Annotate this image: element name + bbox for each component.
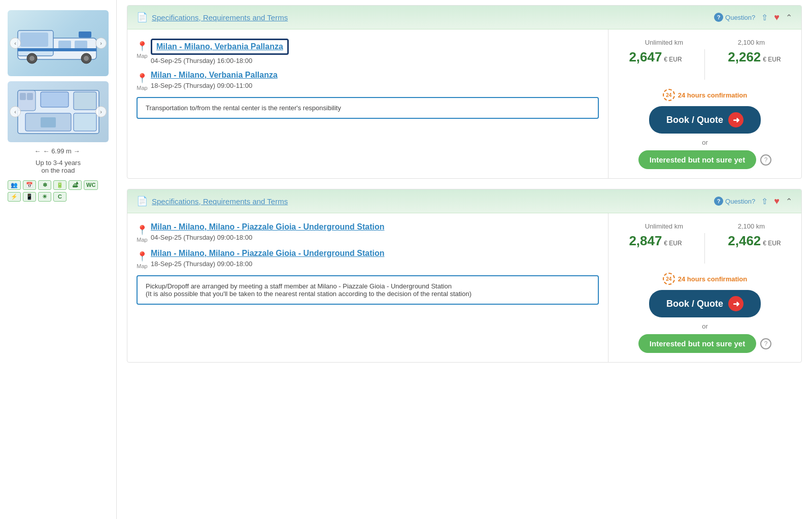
card1-notice-text: Transportation to/from the rental center… [146,104,341,112]
card2-left: 📍 Map Milan - Milano, Milano - Piazzale … [127,213,608,362]
amenity-electric: ⚡ [8,192,21,202]
card2-price-header: Unlimited km 2,100 km [618,222,792,230]
dropoff-pin-icon-1: 📍 [137,73,148,84]
image-prev-button[interactable]: ‹ [10,38,21,49]
pickup-map-label-2[interactable]: Map [137,237,147,243]
card1-help-icon[interactable]: ? [760,154,771,166]
question-label-2: Question? [725,198,755,205]
dropoff-map-label-1[interactable]: Map [137,85,147,91]
rental-card-1: 📄 Specifications, Requirements and Terms… [127,5,802,179]
amenity-persons: 👥 [8,180,21,190]
amenity-battery: 🔋 [53,180,66,190]
question-icon-2: ? [714,197,723,206]
question-icon-1: ? [714,13,723,22]
dropoff-map-label-2[interactable]: Map [137,263,147,269]
rental-card-2: 📄 Specifications, Requirements and Terms… [127,189,802,363]
vehicle-size: ← ← 6.99 m → [8,147,109,155]
pickup-date-2: 04-Sep-25 (Thursday) 09:00-18:00 [151,234,384,241]
svg-rect-17 [74,113,96,131]
amenity-c: C [53,192,66,202]
svg-rect-19 [41,117,56,127]
card2-unlimited-amount: 2,847 [629,233,662,248]
doc-icon-2: 📄 [137,196,148,207]
svg-rect-9 [18,48,96,51]
card2-book-arrow: ➜ [728,296,743,311]
card2-confirmation-badge: 24 24 hours confirmation [663,273,748,285]
pickup-location-name-2[interactable]: Milan - Milano, Milano - Piazzale Gioia … [151,222,384,232]
size-value: ← 6.99 m → [43,147,80,155]
card1-price-section: Unlimited km 2,100 km 2,647 € EUR 2,262 [618,39,792,89]
card1-book-arrow: ➜ [728,112,743,127]
card2-interested-label: Interested but not sure yet [650,339,745,348]
card2-right: Unlimited km 2,100 km 2,847 € EUR 2,462 [608,213,801,362]
card2-unlimited-label: Unlimited km [645,222,683,230]
card1-dropoff-block: 📍 Map Milan - Milano, Verbania Pallanza … [137,71,599,91]
card1-km-currency: € EUR [763,56,781,63]
card2-book-label: Book / Quote [666,299,723,309]
svg-rect-2 [20,33,48,47]
card1-unlimited-label: Unlimited km [645,39,683,46]
card2-interested-button[interactable]: Interested but not sure yet [638,334,756,353]
card1-book-button[interactable]: Book / Quote ➜ [649,106,761,134]
amenity-camp: 🏕 [69,180,82,190]
dropoff-location-name-1[interactable]: Milan - Milano, Verbania Pallanza [151,71,278,80]
card2-price-values: 2,847 € EUR 2,462 € EUR [618,233,792,264]
card1-confirmation-text: 24 hours confirmation [678,91,748,99]
card2-book-button[interactable]: Book / Quote ➜ [649,290,761,317]
pickup-location-name-1[interactable]: Milan - Milano, Verbania Pallanza [156,42,283,51]
card1-km-price: 2,262 € EUR [728,49,781,80]
card2-pickup-block: 📍 Map Milan - Milano, Milano - Piazzale … [137,222,599,243]
specs-link-1[interactable]: Specifications, Requirements and Terms [152,13,288,22]
share-icon-1[interactable]: ⇧ [761,13,768,22]
question-link-1[interactable]: ? Question? [714,13,755,22]
card2-notice-text: Pickup/Dropoff are arranged by meeting a… [146,282,471,298]
svg-rect-4 [75,41,87,49]
card2-conf-icon: 24 [663,273,675,285]
collapse-icon-1[interactable]: ⌃ [786,13,792,22]
card2-km-currency: € EUR [763,240,781,247]
card2-header: 📄 Specifications, Requirements and Terms… [127,189,801,213]
layout-next-button[interactable]: › [95,106,107,117]
card2-dropoff-block: 📍 Map Milan - Milano, Milano - Piazzale … [137,249,599,269]
layout-prev-button[interactable]: ‹ [10,106,21,117]
amenity-calendar: 📅 [23,180,36,190]
amenity-ac: ❄ [38,180,51,190]
card1-unlimited-currency: € EUR [664,56,682,63]
card2-header-right: ? Question? ⇧ ♥ ⌃ [714,196,792,207]
dropoff-date-2: 18-Sep-25 (Thursday) 09:00-18:00 [151,260,384,268]
amenity-solar: ☀ [38,192,51,202]
dropoff-location-name-2[interactable]: Milan - Milano, Milano - Piazzale Gioia … [151,249,384,258]
share-icon-2[interactable]: ⇧ [761,197,768,206]
dropoff-pin-icon-2: 📍 [137,251,148,262]
image-next-button[interactable]: › [95,38,107,49]
card2-unlimited-currency: € EUR [664,240,682,247]
card1-interested-label: Interested but not sure yet [650,155,745,164]
card1-header-right: ? Question? ⇧ ♥ ⌃ [714,12,792,23]
card2-confirmation-text: 24 hours confirmation [678,275,748,283]
pickup-map-label-1[interactable]: Map [137,53,147,59]
size-arrow-left: ← [35,147,41,155]
svg-rect-14 [27,93,33,100]
card1-km-amount: 2,262 [728,49,761,64]
card1-book-label: Book / Quote [666,115,723,125]
card1-interested-button[interactable]: Interested but not sure yet [638,150,756,169]
card1-body: 📍 Map Milan - Milano, Verbania Pallanza … [127,29,801,178]
card2-help-icon[interactable]: ? [760,338,771,349]
amenity-icons-container: 👥 📅 ❄ 🔋 🏕 WC ⚡ 📱 ☀ C [8,180,109,202]
collapse-icon-2[interactable]: ⌃ [786,197,792,206]
pickup-date-1: 04-Sep-25 (Thursday) 16:00-18:00 [151,57,289,64]
pickup-pin-icon-2: 📍 [137,224,148,236]
svg-rect-3 [58,41,71,49]
card1-unlimited-price: 2,647 € EUR [629,49,682,80]
card1-price-values: 2,647 € EUR 2,262 € EUR [618,49,792,80]
heart-icon-1[interactable]: ♥ [774,12,780,23]
specs-link-2[interactable]: Specifications, Requirements and Terms [152,197,288,206]
card1-unlimited-amount: 2,647 [629,49,662,64]
card2-km-price: 2,462 € EUR [728,233,781,264]
card1-header: 📄 Specifications, Requirements and Terms… [127,6,801,29]
question-link-2[interactable]: ? Question? [714,197,755,206]
card1-left: 📍 Map Milan - Milano, Verbania Pallanza … [127,29,608,178]
years-on-road: Up to 3-4 yearson the road [8,159,109,174]
heart-icon-2[interactable]: ♥ [774,196,780,207]
amenity-media: 📱 [23,192,36,202]
